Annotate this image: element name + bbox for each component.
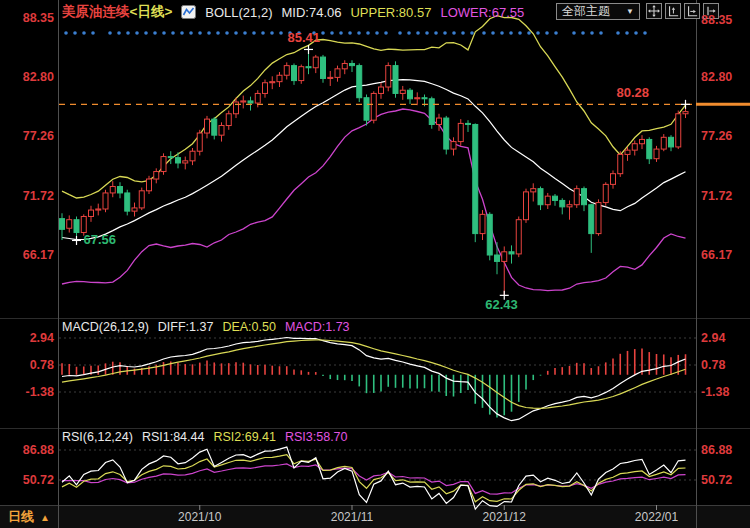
x-axis-scale-icon[interactable] (684, 3, 700, 19)
macd-params-label: MACD(26,12,9) (62, 320, 149, 334)
price-axis-label: 71.72 (0, 188, 54, 204)
rsi-axis-label: 50.72 (0, 472, 54, 488)
period-selector-button[interactable]: 日线 ▲ (8, 508, 50, 526)
price-axis-label: 88.35 (0, 10, 54, 26)
theme-dropdown-label: 全部主题 (562, 3, 610, 20)
macd-axis-label: 0.78 (0, 357, 54, 373)
rsi-panel-legend: RSI(6,12,24) RSI1:84.44 RSI2:69.41 RSI3:… (62, 430, 348, 444)
price-axis-label: 82.80 (701, 69, 732, 85)
boll-params-label: BOLL(21,2) (205, 5, 272, 20)
price-axis-label: 77.26 (701, 128, 732, 144)
price-axis-label: 66.17 (0, 247, 54, 263)
trading-chart-window: 美原油连续 <日线> BOLL(21,2) MID:74.06 UPPER:80… (0, 0, 750, 528)
macd-diff-value: DIFF:1.37 (158, 320, 214, 334)
macd-axis-label: 0.78 (701, 357, 725, 373)
rsi-axis-label: 86.88 (0, 442, 54, 458)
macd-axis-label: -1.38 (701, 384, 730, 400)
chevron-down-icon: ▼ (626, 7, 634, 16)
y-axis-scale-icon[interactable] (665, 3, 681, 19)
last-price-annotation: 80.28 (617, 86, 650, 100)
price-axis-label: 77.26 (0, 128, 54, 144)
boll-upper-value: UPPER:80.57 (350, 5, 431, 20)
macd-axis-label: 2.94 (0, 330, 54, 346)
rsi-axis-label: 86.88 (701, 442, 732, 458)
triangle-up-icon: ▲ (40, 512, 50, 523)
low-start-annotation: 67.56 (84, 233, 117, 247)
rsi-params-label: RSI(6,12,24) (62, 430, 133, 444)
x-axis-label: 2022/01 (626, 510, 688, 524)
chart-canvas[interactable] (0, 0, 750, 528)
macd-hist-value: MACD:1.73 (285, 320, 350, 334)
low-dec-annotation: 62.43 (485, 298, 518, 312)
price-axis-label: 71.72 (701, 188, 732, 204)
theme-dropdown[interactable]: 全部主题 ▼ (556, 3, 640, 20)
price-axis-label: 82.80 (0, 69, 54, 85)
price-axis-label: 66.17 (701, 247, 732, 263)
period-selector-label: 日线 (8, 508, 34, 526)
rsi-axis-label: 50.72 (701, 472, 732, 488)
macd-panel-legend: MACD(26,12,9) DIFF:1.37 DEA:0.50 MACD:1.… (62, 320, 350, 334)
pan-tool-icon[interactable] (646, 3, 662, 19)
high-annotation: 85.41 (288, 31, 321, 45)
period-tag: <日线> (130, 3, 173, 21)
rsi3-value: RSI3:58.70 (285, 430, 348, 444)
boll-mid-value: MID:74.06 (281, 5, 341, 20)
rsi1-value: RSI1:84.44 (142, 430, 205, 444)
indicator-chart-icon[interactable] (181, 5, 196, 19)
symbol-name: 美原油连续 (62, 3, 130, 21)
macd-axis-label: -1.38 (0, 384, 54, 400)
rsi2-value: RSI2:69.41 (213, 430, 276, 444)
x-axis-label: 2021/10 (169, 510, 231, 524)
boll-lower-value: LOWER:67.55 (440, 5, 524, 20)
macd-dea-value: DEA:0.50 (222, 320, 276, 334)
x-axis-label: 2021/12 (473, 510, 535, 524)
x-axis-label: 2021/11 (321, 510, 383, 524)
price-axis-label: 88.35 (701, 12, 732, 28)
macd-axis-label: 2.94 (701, 330, 725, 346)
price-panel-legend: 美原油连续 <日线> BOLL(21,2) MID:74.06 UPPER:80… (62, 3, 524, 21)
